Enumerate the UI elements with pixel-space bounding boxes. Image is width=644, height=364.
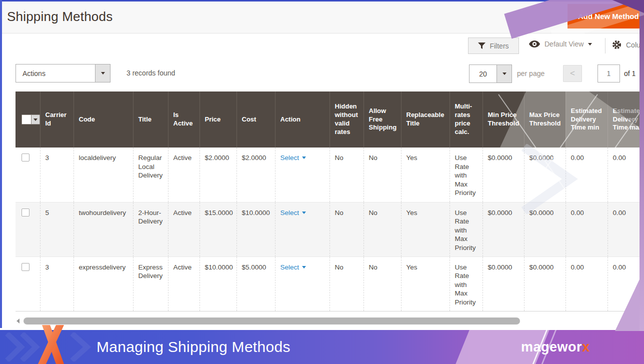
per-page-value: 20 <box>470 65 496 82</box>
cell-carrier-id: 3 <box>40 256 74 311</box>
cell-is-active: Active <box>168 256 200 311</box>
cell-price: $2.0000 <box>200 148 236 202</box>
toolbar-divider <box>605 38 606 54</box>
cell-max-price-threshold: $0.0000 <box>524 148 566 202</box>
cell-replaceable-title: Yes <box>401 202 450 256</box>
column-header-max-price-threshold[interactable]: Max Price Threshold <box>524 92 566 148</box>
row-checkbox[interactable] <box>22 154 30 162</box>
per-page-caret-button[interactable] <box>496 65 512 82</box>
column-header-is-active[interactable]: Is Active <box>168 92 200 148</box>
mageworx-logo: mageworx <box>521 330 590 364</box>
column-header-code[interactable]: Code <box>74 92 133 148</box>
column-header-hidden-without-valid-rates[interactable]: Hidden without valid rates <box>330 92 364 148</box>
decor-chevron-watermark <box>5 332 40 362</box>
filter-icon <box>478 42 486 50</box>
cell-replaceable-title: Yes <box>401 256 450 311</box>
cell-estimated-delivery-time-min: 0.00 <box>566 148 608 202</box>
default-view-label: Default View <box>544 40 584 48</box>
column-header-cost[interactable]: Cost <box>236 92 275 148</box>
grid-controls: Actions 3 records found 20 per page < of… <box>0 64 644 82</box>
cell-min-price-threshold: $0.0000 <box>482 202 524 256</box>
cell-is-active: Active <box>168 202 200 256</box>
mageworx-logo-x: x <box>582 340 590 355</box>
cell-allow-free-shipping: No <box>364 148 401 202</box>
records-found-text: 3 records found <box>126 69 175 77</box>
add-new-method-button[interactable]: Add New Method <box>568 4 644 28</box>
column-header-multi-rates-price-calc[interactable]: Multi-rates price calc. <box>450 92 482 148</box>
actions-label: Actions <box>16 64 95 82</box>
decor-chevron-watermark <box>69 332 93 362</box>
actions-dropdown[interactable]: Actions <box>16 64 110 82</box>
column-header-title[interactable]: Title <box>133 92 168 148</box>
footer-banner: Managing Shipping Methods mageworx <box>0 330 644 364</box>
select-action-dropdown[interactable]: Select <box>280 263 306 272</box>
column-header-replaceable-title[interactable]: Replaceable Title <box>401 92 450 148</box>
table-row: 3 localdelivery Regular Local Delivery A… <box>16 148 644 202</box>
page-header: Shipping Methods <box>2 2 644 34</box>
per-page-label: per page <box>517 70 544 78</box>
cell-is-active: Active <box>168 148 200 202</box>
chevron-down-icon <box>302 212 306 214</box>
cell-allow-free-shipping: No <box>364 202 401 256</box>
horizontal-scrollbar[interactable] <box>16 317 624 325</box>
previous-page-button[interactable]: < <box>563 65 582 82</box>
select-all-control[interactable] <box>22 114 40 124</box>
select-action-dropdown[interactable]: Select <box>280 208 306 218</box>
cell-allow-free-shipping: No <box>364 256 401 311</box>
per-page-dropdown[interactable]: 20 <box>469 64 512 83</box>
cell-price: $10.0000 <box>200 256 236 311</box>
cell-carrier-id: 3 <box>40 148 74 202</box>
cell-title: 2-Hour-Delivery <box>133 202 168 256</box>
frame-left-border <box>0 0 2 328</box>
actions-caret-button[interactable] <box>95 64 110 82</box>
banner-caption: Managing Shipping Methods <box>96 330 290 364</box>
select-action-dropdown[interactable]: Select <box>280 154 306 162</box>
chevron-down-icon <box>302 266 306 268</box>
table-row: 5 twohourdelivery 2-Hour-Delivery Active… <box>16 202 644 256</box>
column-header-min-price-threshold[interactable]: Min Price Threshold <box>482 92 524 148</box>
page-title: Shipping Methods <box>7 9 112 24</box>
cell-min-price-threshold: $0.0000 <box>482 256 524 311</box>
column-header-price[interactable]: Price <box>200 92 236 148</box>
select-all-caret[interactable] <box>31 115 40 124</box>
column-header-estimated-delivery-time-max[interactable]: Estimated Delivery Time max <box>608 92 644 148</box>
columns-control[interactable]: Columns <box>612 40 644 50</box>
column-header-allow-free-shipping[interactable]: Allow Free Shipping <box>364 92 401 148</box>
filters-button[interactable]: Filters <box>468 38 519 54</box>
select-all-header <box>16 92 40 148</box>
cell-title: Express Delivery <box>133 256 168 311</box>
cell-multi-rates-price-calc: Use Rate with Max Priority <box>450 256 482 311</box>
grid-header-row: Carrier Id Code Title Is Active Price Co… <box>16 92 644 148</box>
row-checkbox[interactable] <box>22 208 30 216</box>
page-number-input[interactable] <box>598 64 620 82</box>
app-window: Shipping Methods Add New Method Filters … <box>0 0 644 364</box>
default-view-dropdown[interactable]: Default View <box>529 40 592 48</box>
chevron-down-icon <box>588 43 592 46</box>
select-all-checkbox[interactable] <box>22 115 31 124</box>
page-total-label: of 1 <box>624 70 636 78</box>
scroll-left-arrow-icon[interactable] <box>16 318 20 324</box>
column-header-estimated-delivery-time-min[interactable]: Estimated Delivery Time min <box>566 92 608 148</box>
cell-hidden-without-valid-rates: No <box>330 148 364 202</box>
chevron-down-icon <box>302 156 306 159</box>
cell-cost: $5.0000 <box>236 256 275 311</box>
table-row: 3 expressdelivery Express Delivery Activ… <box>16 256 644 311</box>
cell-hidden-without-valid-rates: No <box>330 202 364 256</box>
column-header-carrier-id[interactable]: Carrier Id <box>40 92 74 148</box>
chevron-down-icon <box>502 72 506 75</box>
row-checkbox[interactable] <box>22 263 30 271</box>
cell-multi-rates-price-calc: Use Rate with Max Priority <box>450 202 482 256</box>
eye-icon <box>529 40 540 48</box>
cell-min-price-threshold: $0.0000 <box>482 148 524 202</box>
cell-multi-rates-price-calc: Use Rate with Max Priority <box>450 148 482 202</box>
cell-cost: $2.0000 <box>236 148 275 202</box>
cell-max-price-threshold: $0.0000 <box>524 202 566 256</box>
cell-code: localdelivery <box>74 148 133 202</box>
cell-estimated-delivery-time-max: 0.00 <box>608 202 644 256</box>
cell-estimated-delivery-time-max: 0.00 <box>608 148 644 202</box>
column-header-action[interactable]: Action <box>275 92 330 148</box>
scrollbar-thumb[interactable] <box>24 318 520 324</box>
shipping-methods-grid: Carrier Id Code Title Is Active Price Co… <box>16 92 644 312</box>
cell-estimated-delivery-time-min: 0.00 <box>566 202 608 256</box>
grid-toolbar: Filters Default View Columns <box>0 38 644 54</box>
